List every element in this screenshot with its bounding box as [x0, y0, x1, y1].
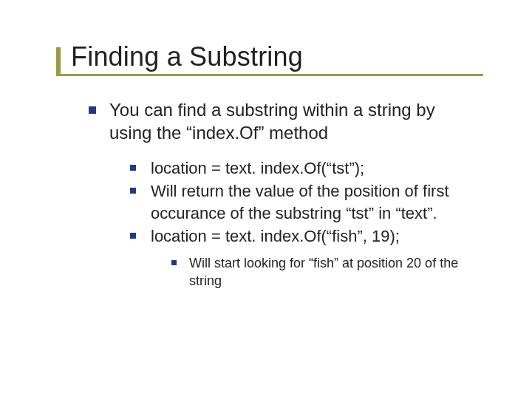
slide: Finding a Substring You can find a subst… — [0, 0, 532, 399]
title-block: Finding a Substring — [71, 41, 502, 72]
bullet-text: Will start looking for “fish” at positio… — [189, 256, 458, 288]
bullet-text: location = text. index.Of(“tst”); — [151, 159, 364, 177]
square-bullet-icon — [130, 165, 136, 171]
list-item: Will start looking for “fish” at positio… — [171, 254, 467, 290]
bullet-text: You can find a substring within a string… — [109, 100, 435, 143]
list-item: Will return the value of the position of… — [130, 180, 467, 223]
bullet-text: Will return the value of the position of… — [151, 182, 449, 222]
square-bullet-icon — [130, 188, 136, 194]
list-item: You can find a substring within a string… — [89, 99, 467, 290]
square-bullet-icon — [130, 233, 136, 239]
bullet-text: location = text. index.Of(“fish”, 19); — [151, 227, 400, 245]
list-item: location = text. index.Of(“tst”); — [130, 157, 467, 179]
slide-title: Finding a Substring — [71, 41, 502, 72]
bullet-list-level-2: location = text. index.Of(“tst”); Will r… — [109, 157, 467, 290]
square-bullet-icon — [171, 260, 177, 265]
square-bullet-icon — [89, 106, 96, 114]
bullet-list-level-1: You can find a substring within a string… — [74, 99, 502, 290]
list-item: location = text. index.Of(“fish”, 19); W… — [130, 225, 467, 290]
title-accent-vertical — [56, 47, 61, 74]
bullet-list-level-3: Will start looking for “fish” at positio… — [151, 254, 467, 290]
title-accent-underline — [56, 74, 483, 76]
